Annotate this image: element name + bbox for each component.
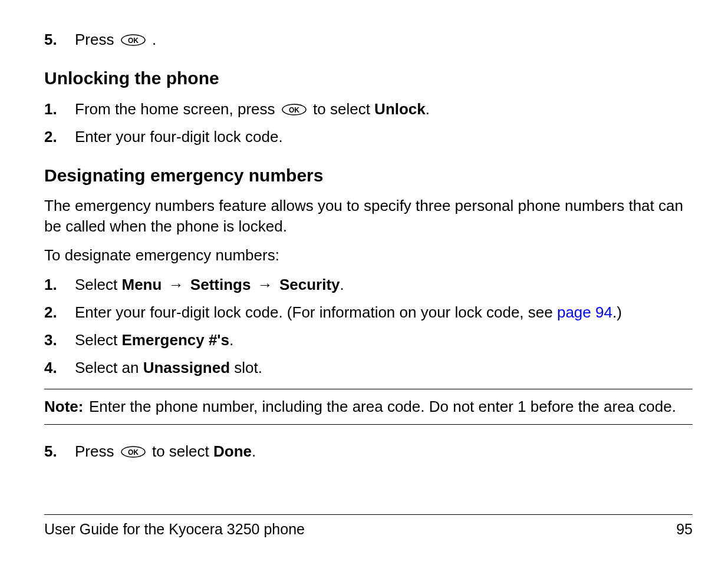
list-content: From the home screen, press OK to select… bbox=[75, 99, 693, 120]
emergency-intro-1: The emergency numbers feature allows you… bbox=[44, 196, 693, 237]
text-suffix: . bbox=[426, 100, 430, 118]
bold-menu: Menu bbox=[122, 276, 162, 293]
emergency-step-1: 1. Select Menu → Settings → Security. bbox=[44, 275, 693, 295]
emergency-step-4: 4. Select an Unassigned slot. bbox=[44, 358, 693, 378]
emergency-intro-2: To designate emergency numbers: bbox=[44, 245, 693, 266]
text-suffix: . bbox=[252, 442, 256, 460]
svg-text:OK: OK bbox=[128, 37, 139, 45]
text-middle: to select bbox=[313, 100, 374, 118]
heading-emergency: Designating emergency numbers bbox=[44, 164, 693, 188]
list-number: 3. bbox=[44, 330, 75, 351]
text-middle: to select bbox=[152, 442, 213, 460]
text-prefix: Select bbox=[75, 276, 122, 293]
bold-emergency-nums: Emergency #'s bbox=[122, 331, 230, 349]
list-number: 5. bbox=[44, 29, 75, 50]
emergency-step-3: 3. Select Emergency #'s. bbox=[44, 330, 693, 351]
list-number: 1. bbox=[44, 275, 75, 295]
bold-done: Done bbox=[213, 442, 252, 460]
link-page-94[interactable]: page 94 bbox=[557, 303, 612, 321]
list-number: 5. bbox=[44, 441, 75, 462]
list-content: Select Menu → Settings → Security. bbox=[75, 275, 693, 295]
list-number: 4. bbox=[44, 358, 75, 378]
arrow-icon: → bbox=[258, 276, 273, 293]
svg-text:OK: OK bbox=[128, 448, 139, 457]
text-prefix: Enter your four-digit lock code. (For in… bbox=[75, 303, 557, 321]
text-suffix: .) bbox=[612, 303, 622, 321]
text-prefix: Select an bbox=[75, 359, 143, 376]
list-content: Press OK . bbox=[75, 29, 693, 50]
text-prefix: Press bbox=[75, 442, 118, 460]
heading-unlocking: Unlocking the phone bbox=[44, 67, 693, 91]
text-prefix: Press bbox=[75, 31, 118, 48]
step-5-top: 5. Press OK . bbox=[44, 29, 693, 50]
list-content: Press OK to select Done. bbox=[75, 441, 693, 462]
text-suffix: . bbox=[152, 31, 156, 48]
arrow-icon: → bbox=[169, 276, 184, 293]
bold-unlock: Unlock bbox=[374, 100, 426, 118]
text-suffix: slot. bbox=[230, 359, 262, 376]
bold-security: Security bbox=[279, 276, 340, 293]
ok-button-icon: OK bbox=[120, 34, 146, 47]
text-prefix: Select bbox=[75, 331, 122, 349]
ok-button-icon: OK bbox=[120, 445, 146, 458]
note-label: Note: bbox=[44, 396, 89, 417]
bold-settings: Settings bbox=[190, 276, 251, 293]
footer-title: User Guide for the Kyocera 3250 phone bbox=[44, 520, 305, 540]
text-suffix: . bbox=[340, 276, 344, 293]
list-number: 1. bbox=[44, 99, 75, 120]
note-block: Note: Enter the phone number, including … bbox=[44, 389, 693, 425]
list-content: Enter your four-digit lock code. bbox=[75, 127, 693, 147]
page-number: 95 bbox=[676, 520, 693, 540]
unlock-step-2: 2. Enter your four-digit lock code. bbox=[44, 127, 693, 147]
bold-unassigned: Unassigned bbox=[143, 359, 230, 376]
note-body: Enter the phone number, including the ar… bbox=[89, 396, 693, 417]
emergency-step-5: 5. Press OK to select Done. bbox=[44, 441, 693, 462]
page-footer: User Guide for the Kyocera 3250 phone 95 bbox=[44, 514, 693, 540]
unlock-step-1: 1. From the home screen, press OK to sel… bbox=[44, 99, 693, 120]
list-content: Enter your four-digit lock code. (For in… bbox=[75, 302, 693, 323]
svg-text:OK: OK bbox=[289, 105, 299, 114]
text-suffix: . bbox=[229, 331, 233, 349]
list-number: 2. bbox=[44, 127, 75, 147]
list-number: 2. bbox=[44, 302, 75, 323]
list-content: Select Emergency #'s. bbox=[75, 330, 693, 351]
emergency-step-2: 2. Enter your four-digit lock code. (For… bbox=[44, 302, 693, 323]
text-prefix: From the home screen, press bbox=[75, 100, 279, 118]
list-content: Select an Unassigned slot. bbox=[75, 358, 693, 378]
ok-button-icon: OK bbox=[281, 103, 307, 116]
